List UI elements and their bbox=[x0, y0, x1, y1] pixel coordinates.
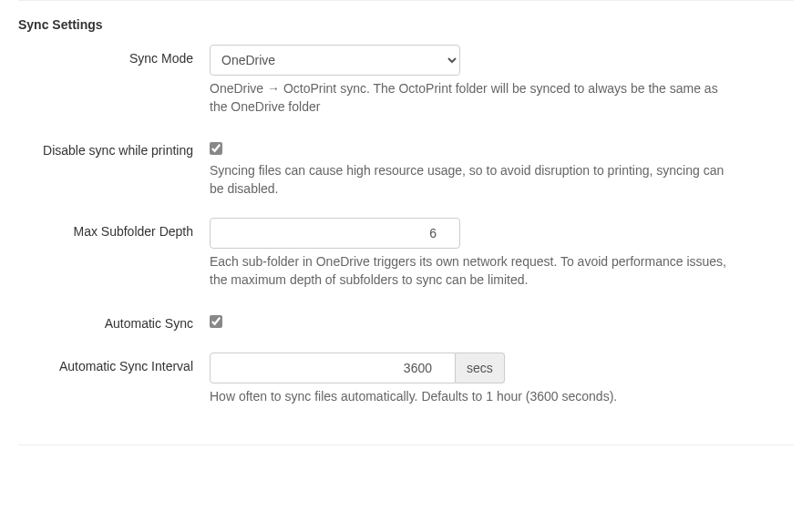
bottom-divider bbox=[18, 445, 794, 445]
interval-label: Automatic Sync Interval bbox=[18, 353, 210, 376]
row-sync-mode: Sync Mode OneDrive OneDrive → OctoPrint … bbox=[18, 45, 794, 117]
row-max-depth: Max Subfolder Depth Each sub-folder in O… bbox=[18, 218, 794, 290]
section-title: Sync Settings bbox=[18, 1, 794, 45]
sync-mode-label: Sync Mode bbox=[18, 45, 210, 68]
disable-sync-help: Syncing files can cause high resource us… bbox=[210, 161, 738, 199]
interval-input-group: secs bbox=[210, 353, 738, 383]
max-depth-label: Max Subfolder Depth bbox=[18, 218, 210, 241]
sync-mode-help: OneDrive → OctoPrint sync. The OctoPrint… bbox=[210, 79, 738, 117]
row-interval: Automatic Sync Interval secs How often t… bbox=[18, 353, 794, 405]
disable-sync-checkbox[interactable] bbox=[210, 142, 222, 155]
interval-input[interactable] bbox=[210, 353, 456, 383]
interval-unit: secs bbox=[456, 353, 505, 383]
max-depth-input[interactable] bbox=[210, 218, 460, 249]
row-auto-sync: Automatic Sync bbox=[18, 310, 794, 333]
max-depth-help: Each sub-folder in OneDrive triggers its… bbox=[210, 252, 738, 290]
auto-sync-checkbox[interactable] bbox=[210, 315, 222, 328]
sync-mode-select[interactable]: OneDrive bbox=[210, 45, 460, 76]
interval-help: How often to sync files automatically. D… bbox=[210, 387, 738, 405]
auto-sync-label: Automatic Sync bbox=[18, 310, 210, 333]
row-disable-sync: Disable sync while printing Syncing file… bbox=[18, 137, 794, 199]
disable-sync-label: Disable sync while printing bbox=[18, 137, 210, 160]
